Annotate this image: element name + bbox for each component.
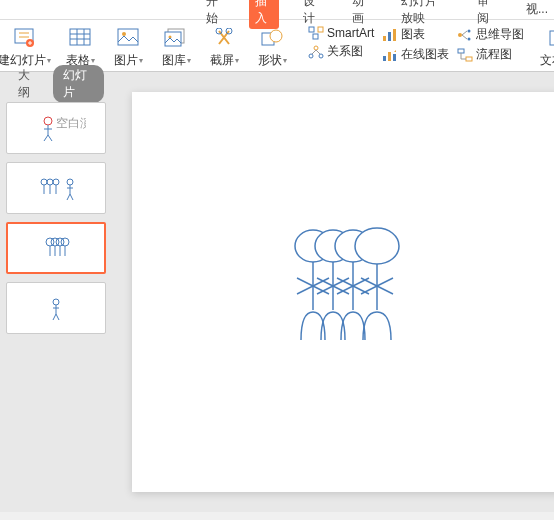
table-button[interactable]: 表格▾ [60,26,100,69]
svg-point-19 [270,30,282,42]
relation-icon [308,45,324,59]
svg-rect-6 [70,29,90,45]
workspace: 大纲 幻灯片 空白演示 [0,72,554,512]
chevron-down-icon: ▾ [47,56,51,65]
svg-line-27 [316,50,320,54]
slide-content-figures [277,222,417,362]
svg-rect-33 [393,54,396,61]
svg-line-49 [48,135,52,141]
shapes-icon [260,26,284,50]
svg-point-24 [309,54,313,58]
svg-rect-40 [466,57,472,61]
thumbnail-2[interactable] [6,162,106,214]
mindmap-button[interactable]: 思维导图 [457,26,524,43]
svg-point-53 [53,179,59,185]
svg-rect-28 [383,36,386,41]
svg-point-78 [355,228,399,264]
thumbnail-4[interactable] [6,282,106,334]
svg-rect-29 [388,32,391,41]
svg-line-60 [67,194,70,200]
svg-point-23 [314,46,318,50]
gallery-button[interactable]: 图库▾ [156,26,196,69]
chart-icon [382,28,398,42]
svg-point-34 [458,33,462,37]
chart-button[interactable]: 图表 [382,26,449,43]
tab-slideshow[interactable]: 幻灯片放映 [395,0,454,29]
picture-button[interactable]: 图片▾ [108,26,148,69]
svg-line-74 [56,314,59,320]
shapes-button[interactable]: 形状▾ [252,26,292,69]
gallery-icon [164,26,188,50]
new-slide-icon [12,26,36,50]
svg-line-48 [44,135,48,141]
smartart-icon [308,26,324,40]
svg-point-36 [468,37,471,40]
onlinechart-icon [382,48,398,62]
thumbnail-1[interactable]: 空白演示 [6,102,106,154]
svg-line-37 [462,31,467,35]
tab-anim[interactable]: 动画 [346,0,377,29]
onlinechart-button[interactable]: 在线图表 [382,46,449,63]
svg-rect-22 [313,34,318,39]
svg-point-45 [44,117,52,125]
tab-insert[interactable]: 插入 [249,0,280,29]
smartart-button[interactable]: SmartArt [308,26,374,40]
textbox-icon: A [548,26,554,50]
tab-view[interactable]: 视... [520,0,554,20]
svg-rect-39 [458,49,464,53]
svg-line-38 [462,35,467,39]
canvas-area[interactable] [112,72,554,512]
tab-review[interactable]: 审阅 [471,0,502,29]
svg-rect-30 [393,29,396,41]
relation-button[interactable]: 关系图 [308,43,374,60]
thumbnail-3[interactable] [6,222,106,274]
svg-point-52 [47,179,53,185]
svg-point-70 [53,299,59,305]
mindmap-icon [457,28,473,42]
svg-line-26 [312,50,316,54]
slide-panel: 大纲 幻灯片 空白演示 [0,72,112,512]
svg-point-25 [319,54,323,58]
svg-point-51 [41,179,47,185]
flowchart-icon [457,48,473,62]
flowchart-button[interactable]: 流程图 [457,46,524,63]
screenshot-icon [212,26,236,50]
new-slide-button[interactable]: 建幻灯片▾ [4,26,44,69]
svg-rect-32 [388,52,391,61]
screenshot-button[interactable]: 截屏▾ [204,26,244,69]
svg-point-65 [61,238,69,246]
svg-point-35 [468,29,471,32]
svg-line-61 [70,194,73,200]
picture-icon [116,26,140,50]
svg-rect-20 [309,27,314,32]
slide-canvas[interactable] [132,92,554,492]
view-tabs: 大纲 幻灯片 [0,72,112,96]
thumbnail-list: 空白演示 [0,96,112,340]
svg-rect-41 [550,31,554,45]
tab-start[interactable]: 开始 [200,0,231,29]
table-icon [68,26,92,50]
menu-tabs: 开始 插入 设计 动画 幻灯片放映 审阅 视... [0,0,554,20]
svg-point-57 [67,179,73,185]
svg-line-73 [53,314,56,320]
svg-text:空白演示: 空白演示 [56,116,86,130]
svg-rect-11 [118,29,138,45]
svg-rect-31 [383,56,386,61]
tab-design[interactable]: 设计 [297,0,328,29]
svg-rect-14 [165,32,181,46]
textbox-button[interactable]: A 文本框▾ [540,26,554,69]
svg-rect-21 [318,27,323,32]
